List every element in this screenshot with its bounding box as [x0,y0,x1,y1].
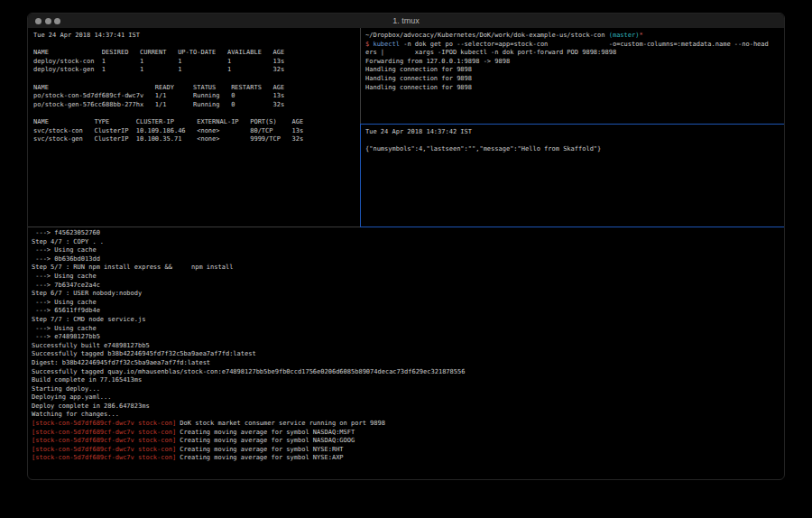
pane-curl-result[interactable]: Tue 24 Apr 2018 14:37:42 IST {"numsymbol… [362,125,784,227]
pane-divider-vertical-inactive[interactable] [360,28,361,124]
docker-build-log: ---> f45623052760 Step 4/7 : COPY . . --… [32,229,465,418]
pods-table: NAME READY STATUS RESTARTS AGE po/stock-… [33,84,284,108]
pane-kubectl-watch[interactable]: Tue 24 Apr 2018 14:37:41 IST NAME DESIRE… [28,28,360,227]
pane-port-forward[interactable]: ~/Dropbox/advocacy/Kubernetes/DoK/work/d… [362,28,784,124]
pane-divider-horizontal-inactive[interactable] [28,227,360,227]
window-title: 1. tmux [28,16,784,25]
git-dirty-flag: * [639,32,642,39]
prompt-path: ~/Dropbox/advocacy/Kubernetes/DoK/work/d… [365,32,609,39]
pane-skaffold-build[interactable]: ---> f45623052760 Step 4/7 : COPY . . --… [28,227,784,467]
port-forward-output: ~/Dropbox/advocacy/Kubernetes/DoK/work/d… [365,32,784,92]
json-response: {"numsymbols":4,"lastseen":"","message":… [365,145,601,153]
pod-log-message: Creating moving average for symbol NYSE:… [176,454,343,461]
kubectl-watch-output: Tue 24 Apr 2018 14:37:41 IST NAME DESIRE… [33,32,360,144]
desktop-background: { "window": { "title": "1. tmux" }, "col… [0,0,812,518]
pane-divider-horizontal-active-top[interactable] [361,124,784,125]
pod-log-message: Creating moving average for symbol NASDA… [176,437,355,444]
timestamp-line: Tue 24 Apr 2018 14:37:41 IST [33,32,140,39]
pane-divider-horizontal-active-bottom[interactable] [360,227,784,227]
git-branch: (master) [609,32,640,39]
pod-log-prefix: [stock-con-5d7df689cf-dwc7v stock-con] [32,420,176,427]
pod-log-message: Creating moving average for symbol NASDA… [176,429,355,436]
pod-log-prefix: [stock-con-5d7df689cf-dwc7v stock-con] [32,437,176,444]
timestamp-line: Tue 24 Apr 2018 14:37:42 IST [365,128,472,135]
services-table: NAME TYPE CLUSTER-IP EXTERNAL-IP PORT(S)… [33,118,303,143]
window-title-bar: 1. tmux [28,14,784,29]
pod-log-prefix: [stock-con-5d7df689cf-dwc7v stock-con] [32,454,176,461]
curl-result-output: Tue 24 Apr 2018 14:37:42 IST {"numsymbol… [365,128,784,154]
port-forward-log: ers | xargs -IPOD kubectl -n dok port-fo… [365,49,616,90]
skaffold-build-output: ---> f45623052760 Step 4/7 : COPY . . --… [32,229,784,463]
pod-log-prefix: [stock-con-5d7df689cf-dwc7v stock-con] [32,429,176,436]
pane-divider-vertical-active[interactable] [360,124,361,227]
tmux-terminal-area: Tue 24 Apr 2018 14:37:41 IST NAME DESIRE… [28,28,784,467]
command-args: -n dok get po --selector=app=stock-con -… [400,41,769,48]
command-name: kubectl [373,41,400,48]
pod-log-prefix: [stock-con-5d7df689cf-dwc7v stock-con] [32,446,176,453]
terminal-window: 1. tmux Tue 24 Apr 2018 14:37:41 IST NAM… [27,13,785,480]
pod-log-message: DoK stock market consumer service runnin… [176,420,385,427]
pod-log-message: Creating moving average for symbol NYSE:… [176,446,343,453]
deployments-table: NAME DESIRED CURRENT UP-TO-DATE AVAILABL… [33,49,284,73]
